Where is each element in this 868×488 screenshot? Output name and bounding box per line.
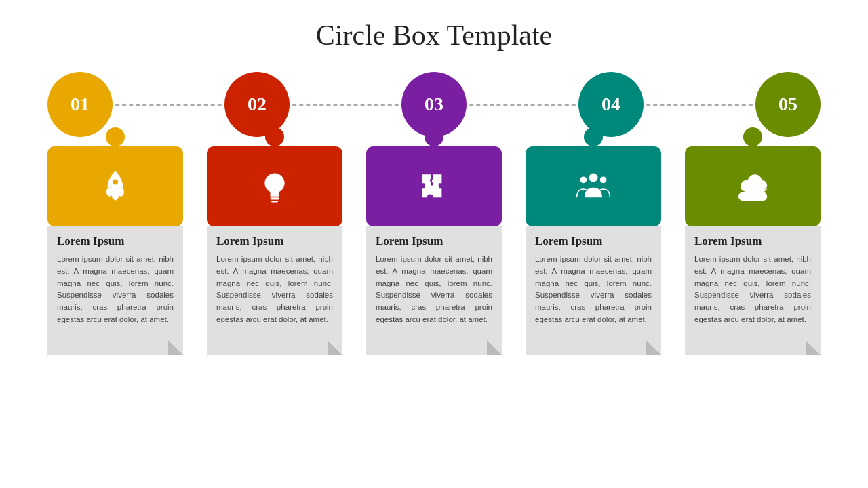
cloud-icon (735, 169, 770, 204)
circle-5: 05 (755, 72, 821, 137)
card-text-4: Lorem ipsum dolor sit amet, nibh est. A … (535, 253, 652, 326)
box-column-1: Lorem Ipsum Lorem ipsum dolor sit amet, … (47, 137, 183, 355)
text-card-3: Lorem Ipsum Lorem ipsum dolor sit amet, … (366, 226, 502, 355)
color-box-5 (685, 146, 821, 226)
text-card-5: Lorem Ipsum Lorem ipsum dolor sit amet, … (685, 226, 821, 355)
card-text-3: Lorem ipsum dolor sit amet, nibh est. A … (376, 253, 492, 326)
card-text-1: Lorem ipsum dolor sit amet, nibh est. A … (57, 253, 174, 326)
box-column-5: Lorem Ipsum Lorem ipsum dolor sit amet, … (685, 137, 821, 355)
rocket-icon (98, 169, 133, 204)
card-title-2: Lorem Ipsum (216, 235, 333, 248)
svg-rect-3 (271, 197, 279, 199)
box-column-2: Lorem Ipsum Lorem ipsum dolor sit amet, … (207, 137, 342, 355)
notch-5 (743, 127, 762, 146)
text-card-1: Lorem Ipsum Lorem ipsum dolor sit amet, … (47, 226, 183, 355)
color-box-4 (526, 146, 661, 226)
svg-point-0 (106, 188, 113, 197)
svg-point-5 (589, 174, 598, 182)
color-box-3 (366, 146, 502, 226)
circle-wrapper-5: 05 (755, 72, 821, 137)
card-title-3: Lorem Ipsum (376, 235, 492, 248)
card-title-4: Lorem Ipsum (535, 235, 652, 248)
notch-3 (425, 127, 443, 146)
notch-2 (265, 127, 284, 146)
circle-label-5: 05 (778, 94, 797, 115)
card-title-1: Lorem Ipsum (57, 235, 174, 248)
main-content: 01 02 03 04 (0, 72, 868, 355)
svg-point-2 (113, 179, 118, 184)
color-box-1 (47, 146, 183, 226)
bulb-icon (257, 169, 292, 204)
color-box-2 (207, 146, 342, 226)
notch-1 (106, 127, 125, 146)
puzzle-icon (416, 169, 452, 204)
card-text-2: Lorem ipsum dolor sit amet, nibh est. A … (216, 253, 333, 326)
circle-wrapper-1: 01 (47, 72, 113, 137)
people-icon (576, 169, 611, 204)
notch-4 (584, 127, 603, 146)
svg-point-1 (117, 188, 124, 197)
circle-4: 04 (578, 72, 644, 137)
svg-rect-4 (271, 201, 278, 202)
circle-label-3: 03 (425, 94, 443, 115)
boxes-row: Lorem Ipsum Lorem ipsum dolor sit amet, … (47, 137, 821, 355)
circle-label-2: 02 (248, 94, 267, 115)
card-title-5: Lorem Ipsum (694, 235, 811, 248)
text-card-4: Lorem Ipsum Lorem ipsum dolor sit amet, … (526, 226, 661, 355)
svg-point-6 (580, 176, 587, 183)
svg-point-7 (600, 176, 607, 183)
circle-wrapper-4: 04 (578, 72, 644, 137)
page-title: Circle Box Template (316, 19, 553, 52)
page: Circle Box Template 01 02 03 (0, 0, 868, 488)
circle-wrapper-2: 02 (224, 72, 290, 137)
box-column-3: Lorem Ipsum Lorem ipsum dolor sit amet, … (366, 137, 502, 355)
circle-1: 01 (47, 72, 113, 137)
circle-label-4: 04 (601, 94, 620, 115)
box-column-4: Lorem Ipsum Lorem ipsum dolor sit amet, … (526, 137, 661, 355)
card-text-5: Lorem ipsum dolor sit amet, nibh est. A … (694, 253, 811, 326)
circle-2: 02 (224, 72, 290, 137)
circle-label-1: 01 (71, 94, 90, 115)
text-card-2: Lorem Ipsum Lorem ipsum dolor sit amet, … (207, 226, 342, 355)
